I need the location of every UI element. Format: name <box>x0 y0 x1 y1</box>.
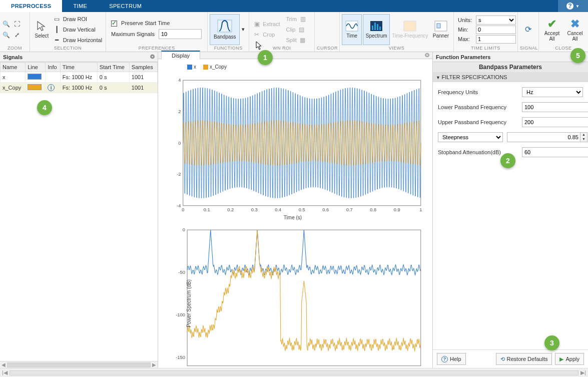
trim-icon: ▥ <box>299 15 307 23</box>
table-row[interactable]: x_CopyiFs: 1000 Hz0 s1001 <box>1 83 158 93</box>
filter-spec-header[interactable]: ▼ FILTER SPECIFICATIONS <box>433 73 588 82</box>
svg-text:0.9: 0.9 <box>394 207 400 213</box>
bottom-scrollbar[interactable]: |◀▶| <box>0 368 588 377</box>
svg-text:0: 0 <box>182 207 184 213</box>
functions-dropdown[interactable]: ▾ <box>240 14 247 45</box>
timefreq-view-icon <box>403 21 416 32</box>
steepness-spinner[interactable]: ▲▼ <box>580 132 587 142</box>
max-input[interactable] <box>476 35 516 44</box>
lower-passband-input[interactable] <box>522 102 588 112</box>
step-badge-5: 5 <box>570 48 585 63</box>
draw-horizontal-button[interactable]: ━Draw Horizontal <box>52 36 104 45</box>
steepness-select[interactable]: Steepness <box>438 132 503 142</box>
display-panel: Display ❂ x x_Copy -4-202400.10.20.30.40… <box>158 52 433 368</box>
cursor-icon <box>36 21 47 32</box>
zoom-in-icon[interactable]: 🔍 <box>2 20 10 28</box>
plot-legend: x x_Copy <box>187 64 423 70</box>
group-label-zoom: ZOOM <box>2 46 28 52</box>
svg-text:0.3: 0.3 <box>251 207 258 213</box>
tab-time[interactable]: TIME <box>62 0 98 12</box>
step-badge-2: 2 <box>500 153 515 168</box>
svg-text:-100: -100 <box>176 312 185 317</box>
vertical-icon: ┃ <box>53 26 61 34</box>
step-badge-4: 4 <box>37 100 52 115</box>
restore-defaults-button[interactable]: ⟲ Restore Defaults <box>496 353 552 365</box>
stopband-atten-input[interactable] <box>522 147 588 157</box>
tab-spectrum[interactable]: SPECTRUM <box>98 0 153 12</box>
time-xlabel: Time (s) <box>162 215 423 220</box>
function-parameters-panel: Function Parameters Bandpass Parameters … <box>433 52 588 368</box>
display-tab[interactable]: Display <box>161 51 200 60</box>
max-signals-input[interactable] <box>159 29 202 39</box>
svg-text:0: 0 <box>178 140 181 146</box>
spectrum-ylabel: Power Spectrum (dB) <box>186 280 192 328</box>
upper-passband-label: Upper Passband Frequency <box>438 119 518 125</box>
svg-text:1: 1 <box>419 207 422 213</box>
signal-refresh-icon[interactable]: ⟳ <box>524 26 532 34</box>
svg-rect-1 <box>346 21 358 31</box>
upper-passband-input[interactable] <box>522 117 588 127</box>
select-button[interactable]: Select <box>32 14 52 45</box>
roi-icon: ▭ <box>53 15 61 23</box>
svg-text:2: 2 <box>178 109 181 114</box>
view-time-button[interactable]: Time <box>342 14 362 45</box>
group-label-drawn-roi: WN ROI <box>251 46 312 52</box>
col-info[interactable]: Info <box>46 63 61 72</box>
freq-units-select[interactable]: Hz <box>522 87 583 97</box>
panner-button[interactable]: Panner <box>430 14 451 45</box>
extract-icon: ▣ <box>253 20 261 28</box>
svg-text:-4: -4 <box>177 203 181 208</box>
steepness-input[interactable] <box>507 132 580 142</box>
toolstrip: 🔍 ⛶ 🔍 ⤢ ZOOM Select ▭Draw ROI ┃Draw Vert… <box>0 12 588 52</box>
min-input[interactable] <box>476 26 516 34</box>
step-badge-3: 3 <box>544 335 559 350</box>
accept-icon: ✔ <box>547 18 556 31</box>
help-button[interactable]: ? Help <box>437 353 466 365</box>
lower-passband-label: Lower Passband Frequency <box>438 104 518 110</box>
col-start-time[interactable]: Start Time <box>97 63 129 72</box>
info-icon[interactable]: i <box>48 84 55 91</box>
units-select[interactable]: s <box>476 16 516 25</box>
signals-options-icon[interactable]: ❂ <box>150 54 155 60</box>
freq-units-label: Frequency Units <box>438 89 518 95</box>
zoom-fit-icon[interactable]: ⤢ <box>13 31 21 39</box>
svg-text:0: 0 <box>183 227 185 232</box>
view-time-frequency-button[interactable]: Time-Frequency <box>391 14 429 45</box>
tab-preprocess[interactable]: PREPROCESS <box>0 0 62 12</box>
display-options-icon[interactable]: ❂ <box>422 52 432 59</box>
max-label: Max: <box>458 36 474 42</box>
step-badge-1: 1 <box>258 50 273 65</box>
group-label-functions: FUNCTIONS <box>210 46 247 52</box>
accept-all-button[interactable]: ✔ Accept All <box>541 14 563 45</box>
clip-icon: ▤ <box>297 26 305 34</box>
svg-rect-9 <box>437 24 440 28</box>
params-subtitle: Bandpass Parameters <box>433 62 588 73</box>
group-label-time-limits: TIME LIMITS <box>456 46 515 52</box>
col-samples[interactable]: Samples <box>129 63 157 72</box>
svg-text:0.6: 0.6 <box>322 207 329 213</box>
time-plot[interactable]: -4-202400.10.20.30.40.50.60.70.80.91 Tim… <box>162 78 423 220</box>
spectrum-plot[interactable]: Power Spectrum (dB) 0-50-100-15005010015… <box>162 227 423 377</box>
view-spectrum-button[interactable]: Spectrum <box>363 14 390 45</box>
draw-vertical-button[interactable]: ┃Draw Vertical <box>52 25 104 34</box>
zoom-out-icon[interactable]: 🔍 <box>2 31 10 39</box>
signals-panel: Signals ❂ Name Line Info Time Start Time… <box>0 52 158 368</box>
trim-button: Trim▥ <box>285 15 309 24</box>
help-dropdown[interactable]: ? ▼ <box>558 0 588 12</box>
apply-button[interactable]: ▶ Apply <box>555 353 584 365</box>
bandpass-button[interactable]: Bandpass <box>210 14 240 45</box>
signals-table: Name Line Info Time Start Time Samples x… <box>0 62 158 93</box>
table-row[interactable]: xFs: 1000 Hz0 s1001 <box>1 72 158 83</box>
cancel-all-button[interactable]: ✖ Cancel All <box>564 14 586 45</box>
draw-roi-button[interactable]: ▭Draw ROI <box>52 15 104 24</box>
col-time[interactable]: Time <box>60 63 97 72</box>
svg-rect-5 <box>377 24 378 30</box>
col-name[interactable]: Name <box>1 63 26 72</box>
col-line[interactable]: Line <box>26 63 46 72</box>
preserve-start-time-checkbox[interactable]: Preserve Start Time <box>111 20 202 26</box>
crop-button: ✂Crop <box>251 30 281 39</box>
max-signals-label: Maximum Signals <box>111 31 155 37</box>
zoom-roi-icon[interactable]: ⛶ <box>13 20 21 28</box>
svg-text:0.7: 0.7 <box>346 207 353 213</box>
signals-title: Signals <box>3 54 23 60</box>
